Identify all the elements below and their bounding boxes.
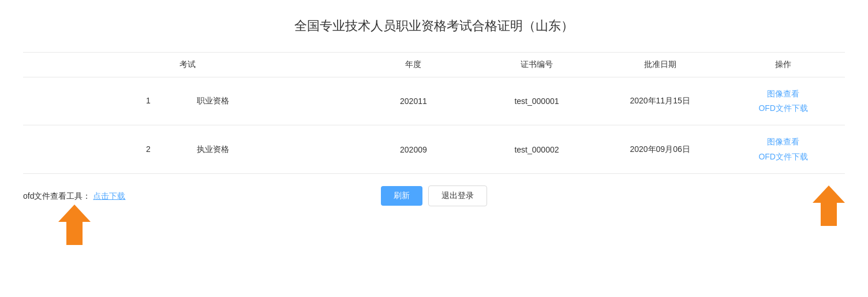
ofd-download-link-1[interactable]: OFD文件下载 bbox=[726, 101, 840, 116]
cell-year-2: 202009 bbox=[352, 125, 476, 173]
image-view-link-1[interactable]: 图像查看 bbox=[726, 87, 840, 101]
up-arrow-left-icon bbox=[58, 205, 91, 245]
image-view-link-2[interactable]: 图像查看 bbox=[726, 135, 840, 149]
cell-cert-2: test_000002 bbox=[475, 125, 598, 173]
cell-op-1: 图像查看 OFD文件下载 bbox=[721, 77, 845, 125]
cell-cert-1: test_000001 bbox=[475, 77, 598, 125]
cell-date-1: 2020年11月15日 bbox=[598, 77, 722, 125]
ofd-tool-row: ofd文件查看工具： 点击下载 bbox=[23, 185, 125, 202]
header-exam: 考试 bbox=[23, 53, 352, 77]
cell-date-2: 2020年09月06日 bbox=[598, 125, 722, 173]
header-cert-no: 证书编号 bbox=[475, 53, 598, 77]
header-approve-date: 批准日期 bbox=[598, 53, 722, 77]
cell-op-2: 图像查看 OFD文件下载 bbox=[721, 125, 845, 173]
logout-button[interactable]: 退出登录 bbox=[428, 185, 487, 206]
cell-exam-1: 1 职业资格 bbox=[23, 77, 352, 125]
left-arrow-container bbox=[58, 205, 91, 245]
cell-year-1: 202011 bbox=[352, 77, 476, 125]
table-row: 1 职业资格 202011 test_000001 2020年11月15日 图像… bbox=[23, 77, 845, 125]
header-operation: 操作 bbox=[721, 53, 845, 77]
button-group: 刷新 退出登录 bbox=[381, 185, 487, 206]
cell-exam-2: 2 执业资格 bbox=[23, 125, 352, 173]
footer-section: ofd文件查看工具： 点击下载 刷新 退出登录 bbox=[23, 185, 845, 245]
refresh-button[interactable]: 刷新 bbox=[381, 186, 422, 206]
table-row: 2 执业资格 202009 test_000002 2020年09月06日 图像… bbox=[23, 125, 845, 173]
header-year: 年度 bbox=[352, 53, 476, 77]
cert-table: 考试 年度 证书编号 批准日期 操作 1 职业资格 202011 test_00… bbox=[23, 52, 845, 174]
page-title: 全国专业技术人员职业资格考试合格证明（山东） bbox=[23, 12, 845, 35]
ofd-download-link-2[interactable]: OFD文件下载 bbox=[726, 150, 840, 164]
footer-left: ofd文件查看工具： 点击下载 bbox=[23, 185, 125, 245]
svg-marker-1 bbox=[813, 185, 845, 226]
table-header-row: 考试 年度 证书编号 批准日期 操作 bbox=[23, 53, 845, 77]
svg-marker-0 bbox=[58, 205, 91, 245]
ofd-download-link[interactable]: 点击下载 bbox=[93, 191, 125, 202]
page-container: 全国专业技术人员职业资格考试合格证明（山东） 考试 年度 证书编号 批准日期 操… bbox=[0, 0, 868, 257]
footer-right bbox=[813, 185, 845, 226]
up-arrow-right-icon bbox=[813, 185, 845, 226]
ofd-label: ofd文件查看工具： bbox=[23, 191, 91, 202]
